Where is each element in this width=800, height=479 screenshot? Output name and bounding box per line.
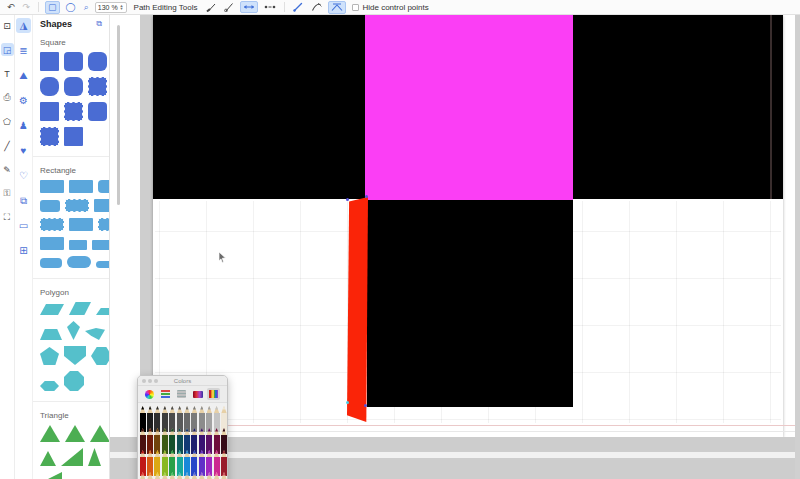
pencil-color-swatch[interactable] — [139, 472, 146, 479]
slice-tool[interactable]: ⚿ — [1, 187, 14, 200]
shape-item-hexsm[interactable] — [40, 381, 59, 391]
shape-item-sq[interactable] — [64, 102, 83, 121]
zoom-stepper-arrows[interactable]: ▲▼ — [120, 4, 124, 10]
shape-item-sqr1[interactable] — [64, 52, 83, 71]
category-hearts-outline[interactable]: ♡ — [16, 168, 31, 183]
line-tool[interactable]: ╱ — [1, 139, 14, 152]
merge-points-icon[interactable] — [240, 1, 258, 13]
red-shape[interactable] — [347, 197, 368, 422]
marquee-select-icon[interactable]: ▢ — [45, 1, 60, 14]
pencil-color-swatch[interactable] — [176, 472, 183, 479]
shape-item-stadium[interactable] — [67, 256, 91, 268]
shape-item-sqr2[interactable] — [64, 77, 83, 96]
canvas-area[interactable]: Colors — [110, 15, 800, 479]
shape-item-sqr3[interactable] — [40, 77, 59, 96]
shape-item-rect[interactable] — [40, 237, 64, 250]
shape-item-rect[interactable] — [94, 199, 110, 212]
colors-window[interactable]: Colors — [137, 375, 228, 479]
shape-item-pent[interactable] — [40, 347, 59, 365]
anchor-point[interactable] — [346, 198, 349, 201]
black-rectangle[interactable] — [367, 200, 573, 407]
artboard-tool[interactable]: ⊡ — [1, 19, 14, 32]
pen-tool[interactable]: ✎ — [1, 163, 14, 176]
category-hearts-filled[interactable]: ♥ — [16, 143, 31, 158]
panel-scrollbar[interactable] — [117, 25, 120, 205]
pencils-icon[interactable] — [207, 388, 220, 400]
shape-item-rect[interactable] — [65, 199, 89, 212]
anchor-point[interactable] — [365, 195, 368, 198]
colors-window-titlebar[interactable]: Colors — [138, 376, 227, 386]
shape-item-sqr2[interactable] — [88, 52, 107, 71]
pencil-color-swatch[interactable] — [191, 472, 198, 479]
shape-item-tri[interactable] — [40, 425, 60, 442]
magenta-rectangle[interactable] — [365, 15, 573, 200]
category-gears[interactable]: ⚙ — [16, 93, 31, 108]
panel-flip-icon[interactable]: ⧉ — [96, 19, 102, 29]
category-scenes[interactable]: ⛰ — [16, 68, 31, 83]
shape-item-sqr1[interactable] — [88, 102, 107, 121]
redo-icon[interactable]: ↷ — [21, 2, 33, 13]
pencil-color-swatch[interactable] — [161, 472, 168, 479]
shape-item-dart[interactable] — [85, 328, 105, 340]
shape-item-hex[interactable] — [91, 347, 110, 365]
knife-icon[interactable] — [204, 1, 218, 13]
pencil-color-swatch[interactable] — [154, 472, 161, 479]
checkbox-box[interactable] — [352, 4, 359, 11]
category-lines[interactable]: ≣ — [16, 43, 31, 58]
pencil-color-swatch[interactable] — [146, 472, 153, 479]
artboard-page[interactable] — [153, 15, 783, 437]
category-shapes[interactable]: ◮ — [16, 18, 31, 33]
shape-item-rect[interactable] — [40, 180, 64, 193]
category-frames[interactable]: ⊞ — [16, 243, 31, 258]
shape-item-rectr[interactable] — [98, 180, 110, 193]
zoom-tool-icon[interactable]: ⌕ — [82, 2, 91, 13]
simplify-path-icon[interactable] — [328, 1, 346, 14]
shape-item-rectxs[interactable] — [69, 240, 87, 250]
shape-item-rect[interactable] — [69, 218, 93, 231]
anchor-point[interactable] — [346, 401, 349, 404]
shape-item-tri[interactable] — [65, 425, 85, 442]
pencil-color-swatch[interactable] — [213, 472, 220, 479]
shape-item-oct[interactable] — [64, 371, 84, 391]
straight-segment-icon[interactable] — [291, 1, 305, 13]
shape-item-sq[interactable] — [40, 102, 59, 121]
color-wheel-icon[interactable] — [143, 388, 156, 400]
pencil-color-swatch[interactable] — [220, 472, 227, 479]
shape-item-rect[interactable] — [98, 218, 110, 231]
image-palettes-icon[interactable] — [191, 388, 204, 400]
shape-item-trinarrow[interactable] — [88, 448, 101, 466]
color-palettes-icon[interactable] — [175, 388, 188, 400]
zoom-stepper[interactable]: 130 % ▲▼ — [95, 2, 127, 13]
shape-item-sq[interactable] — [40, 127, 59, 146]
crop-tool[interactable]: ⛶ — [1, 211, 14, 224]
shape-item-para2[interactable] — [69, 302, 91, 315]
pencil-color-swatch[interactable] — [198, 472, 205, 479]
shape-item-sq[interactable] — [64, 127, 83, 146]
shape-item-pillthin[interactable] — [96, 261, 110, 268]
pencil-color-swatch[interactable] — [183, 472, 190, 479]
split-points-icon[interactable] — [262, 2, 278, 12]
shape-item-shield[interactable] — [64, 346, 86, 365]
shape-item-sq[interactable] — [88, 77, 107, 96]
shape-item-trism[interactable] — [40, 451, 56, 466]
pencil-color-swatch[interactable] — [206, 472, 213, 479]
pencil-color-swatch[interactable] — [169, 472, 176, 479]
shape-item-rectxs[interactable] — [92, 240, 110, 250]
shape-item-triright[interactable] — [61, 448, 83, 466]
shape-item-rectsm[interactable] — [40, 200, 60, 212]
shape-item-parathin[interactable] — [96, 308, 110, 315]
color-sliders-icon[interactable] — [159, 388, 172, 400]
shape-item-wedge[interactable] — [40, 472, 62, 479]
category-stickers[interactable]: ⧉ — [16, 193, 31, 208]
shape-item-kite[interactable] — [67, 321, 80, 340]
scissors-icon[interactable] — [222, 1, 236, 13]
shape-item-para[interactable] — [40, 304, 64, 315]
category-stamps[interactable]: ♟ — [16, 118, 31, 133]
curve-segment-icon[interactable] — [309, 1, 324, 13]
shape-item-rect[interactable] — [40, 218, 64, 231]
hide-control-points-checkbox[interactable]: Hide control points — [352, 3, 428, 12]
shape-item-sq[interactable] — [40, 52, 59, 71]
text-tool[interactable]: T — [1, 67, 14, 80]
ellipse-select-icon[interactable]: ◯ — [64, 2, 78, 13]
category-cards[interactable]: ▭ — [16, 218, 31, 233]
